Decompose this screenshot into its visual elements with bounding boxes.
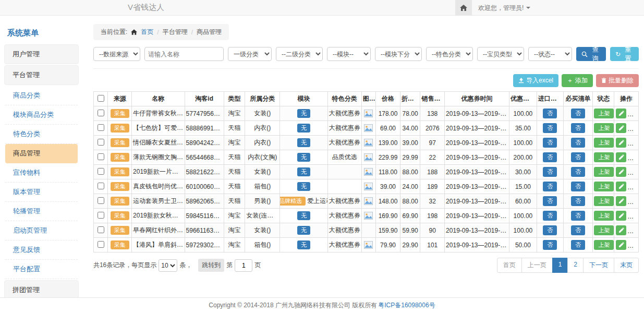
- page-button-3[interactable]: 1: [552, 258, 568, 273]
- name-search-input[interactable]: [144, 47, 224, 61]
- feature-category: [327, 165, 361, 179]
- status-button[interactable]: 上架: [594, 225, 614, 235]
- imported-toggle-button[interactable]: 否: [543, 123, 557, 133]
- imported-toggle-button[interactable]: 否: [543, 182, 557, 191]
- row-checkbox[interactable]: [98, 241, 104, 248]
- home-button[interactable]: [455, 0, 472, 16]
- status-cell: 上架: [593, 136, 614, 150]
- row-checkbox[interactable]: [98, 197, 104, 204]
- edit-button[interactable]: [616, 240, 626, 250]
- edit-button[interactable]: [616, 138, 626, 148]
- row-checkbox[interactable]: [98, 226, 104, 233]
- batch-delete-button[interactable]: 批量删除: [596, 74, 639, 87]
- imported-toggle-button[interactable]: 否: [543, 152, 557, 162]
- sidebar-item[interactable]: 特色分类: [5, 125, 78, 144]
- row-checkbox[interactable]: [98, 168, 104, 175]
- status-button[interactable]: 上架: [594, 152, 614, 162]
- row-checkbox[interactable]: [98, 212, 104, 219]
- edit-button[interactable]: [616, 182, 626, 191]
- page-button-4[interactable]: 2: [567, 258, 584, 273]
- sidebar-item[interactable]: 宣传物料: [5, 163, 78, 183]
- sidebar-item[interactable]: 启动页管理: [5, 221, 78, 240]
- row-checkbox[interactable]: [98, 153, 104, 160]
- imported-toggle-button[interactable]: 否: [543, 240, 557, 249]
- jump-button[interactable]: 跳转到: [198, 259, 224, 272]
- filter-select-1[interactable]: --二级分类--: [276, 47, 323, 61]
- edit-button[interactable]: [616, 123, 626, 133]
- import-excel-button[interactable]: 导入excel: [513, 74, 558, 87]
- edit-button[interactable]: [616, 225, 626, 235]
- must-buy-toggle-button[interactable]: 否: [571, 196, 585, 206]
- pagination: 共16条记录，每页显示 10 条， 跳转到 第 页 首页上一页12下一页末页: [93, 258, 639, 273]
- edit-button[interactable]: [616, 109, 626, 118]
- must-buy-toggle-button[interactable]: 否: [571, 123, 585, 133]
- imported-toggle-button[interactable]: 否: [543, 211, 557, 220]
- must-buy-toggle-button[interactable]: 否: [571, 152, 585, 162]
- status-button[interactable]: 上架: [594, 182, 614, 191]
- sidebar-item[interactable]: 模块商品分类: [5, 105, 78, 125]
- must-buy-toggle-button[interactable]: 否: [571, 167, 585, 176]
- filter-select-0[interactable]: 一级分类: [228, 47, 272, 61]
- filter-select-2[interactable]: --模块--: [327, 47, 371, 61]
- source-badge: 采集: [111, 211, 129, 220]
- status-button[interactable]: 上架: [594, 123, 614, 133]
- status-button[interactable]: 上架: [594, 167, 614, 176]
- sidebar-item[interactable]: 平台配置: [5, 260, 78, 279]
- sales-count: 97: [420, 136, 445, 150]
- status-button[interactable]: 上架: [594, 138, 614, 147]
- source-badge: 采集: [111, 182, 129, 191]
- reset-button[interactable]: ↻ 重置: [610, 47, 639, 61]
- page-button-1[interactable]: 首页: [497, 258, 522, 273]
- status-button[interactable]: 上架: [594, 211, 614, 220]
- row-checkbox[interactable]: [98, 139, 104, 146]
- filter-select-4[interactable]: --特色分类--: [426, 47, 473, 61]
- must-buy-toggle-button[interactable]: 否: [571, 225, 585, 235]
- status-button[interactable]: 上架: [594, 240, 614, 249]
- filter-select-3[interactable]: --模块下分类--: [375, 47, 422, 61]
- sidebar-item[interactable]: 商品分类: [5, 86, 78, 105]
- per-page-select[interactable]: 10: [159, 259, 177, 272]
- source-select[interactable]: --数据来源--: [93, 47, 140, 61]
- page-number-input[interactable]: [235, 259, 252, 272]
- breadcrumb-home-link[interactable]: 首页: [141, 28, 153, 37]
- filter-select-6[interactable]: --状态--: [528, 47, 572, 61]
- search-icon: [581, 51, 588, 57]
- select-all-checkbox[interactable]: [98, 95, 104, 102]
- page-button-6[interactable]: 末页: [614, 258, 639, 273]
- imported-toggle-button[interactable]: 否: [543, 196, 557, 206]
- imported-toggle-button[interactable]: 否: [543, 167, 557, 176]
- sidebar-item[interactable]: 版本管理: [5, 183, 78, 202]
- feature-category: 大额优惠券: [327, 223, 361, 238]
- row-checkbox[interactable]: [98, 110, 104, 116]
- imported-toggle-button[interactable]: 否: [543, 225, 557, 235]
- add-button[interactable]: ＋ 添加: [562, 74, 593, 87]
- imported-toggle-button[interactable]: 否: [543, 109, 557, 118]
- must-buy-toggle-button[interactable]: 否: [571, 109, 585, 118]
- edit-button[interactable]: [616, 196, 626, 206]
- filter-select-5[interactable]: --宝贝类型--: [477, 47, 524, 61]
- user-menu[interactable]: 欢迎您，管理员!: [472, 4, 644, 13]
- search-button[interactable]: 查询: [576, 47, 606, 61]
- sidebar-item[interactable]: 意见反馈: [5, 240, 78, 260]
- imported-toggle-button[interactable]: 否: [543, 138, 557, 147]
- row-checkbox[interactable]: [98, 124, 104, 131]
- icp-link[interactable]: 粤ICP备16098006号: [378, 301, 435, 310]
- status-button[interactable]: 上架: [594, 109, 614, 118]
- must-buy-toggle-button[interactable]: 否: [571, 138, 585, 147]
- page-button-5[interactable]: 下一页: [583, 258, 614, 273]
- feature-category: 大额优惠券: [327, 209, 361, 223]
- must-buy-toggle-button[interactable]: 否: [571, 240, 585, 249]
- status-button[interactable]: 上架: [594, 196, 614, 206]
- edit-button[interactable]: [616, 211, 626, 221]
- sidebar-item[interactable]: 轮播管理: [5, 202, 78, 221]
- must-buy-toggle-button[interactable]: 否: [571, 182, 585, 191]
- page-button-2[interactable]: 上一页: [521, 258, 553, 273]
- row-checkbox[interactable]: [98, 183, 104, 189]
- must-buy-cell: 否: [563, 238, 593, 252]
- sidebar-item-active[interactable]: 商品管理: [5, 144, 78, 163]
- sidebar-item[interactable]: 平台管理: [4, 65, 79, 85]
- must-buy-toggle-button[interactable]: 否: [571, 211, 585, 220]
- edit-button[interactable]: [616, 152, 626, 162]
- sidebar-item[interactable]: 用户管理: [4, 44, 79, 64]
- edit-button[interactable]: [616, 167, 626, 177]
